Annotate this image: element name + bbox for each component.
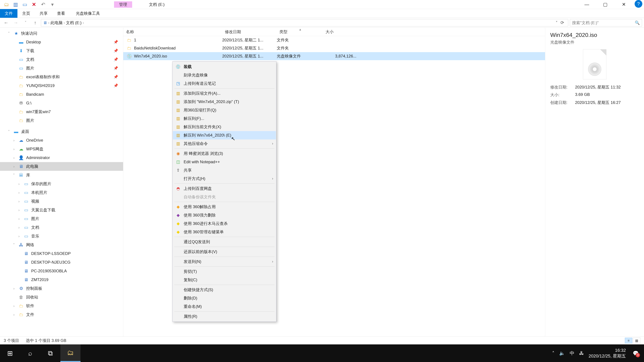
- tree-excel-folder[interactable]: 🗀excel表格制作求和📌: [0, 72, 123, 81]
- tree-videos[interactable]: ›▭视频: [0, 197, 123, 206]
- cm-restore-prev[interactable]: 还原以前的版本(V): [173, 248, 276, 256]
- tab-disc-image-tools[interactable]: 光盘映像工具: [71, 9, 105, 18]
- cm-extract-named[interactable]: ▥解压到 Win7x64_2020\ (E): [173, 131, 276, 139]
- search-box[interactable]: 搜索"文档 (E:)" 🔍: [570, 19, 642, 26]
- tab-view[interactable]: 查看: [52, 9, 70, 18]
- new-folder-icon[interactable]: ▭: [20, 0, 29, 9]
- cm-share[interactable]: ⇪共享: [173, 166, 276, 174]
- cm-copy[interactable]: 复制(C): [173, 276, 276, 284]
- tree-onedrive[interactable]: ›☁OneDrive: [0, 136, 123, 145]
- task-view-button[interactable]: ⧉: [40, 345, 60, 362]
- tree-win7[interactable]: 🗀win7重装win7: [0, 107, 123, 116]
- nav-back-button[interactable]: ←: [2, 19, 10, 27]
- tree-lib-docs[interactable]: ›▭文档: [0, 223, 123, 232]
- cm-open-with[interactable]: 打开方式(H)›: [173, 174, 276, 183]
- cm-add-archive[interactable]: ▥添加到压缩文件(A)...: [173, 89, 276, 97]
- cm-cut[interactable]: 剪切(T): [173, 267, 276, 276]
- context-menu[interactable]: 💿装载 刻录光盘映像 ◳上传到有道云笔记 ▥添加到压缩文件(A)... ▥添加到…: [172, 61, 276, 322]
- action-center-button[interactable]: 💬3: [630, 348, 641, 358]
- tree-local-pics[interactable]: ›▭本机照片: [0, 188, 123, 197]
- tree-pc-2[interactable]: 🖥DESKTOP-NJEU3CG: [0, 258, 123, 267]
- taskbar-clock[interactable]: 16:32 2020/12/25, 星期五: [588, 348, 626, 359]
- view-details-button[interactable]: ≡: [625, 338, 632, 344]
- cm-mount[interactable]: 💿装载: [173, 62, 276, 71]
- tree-g-drive[interactable]: ⛃G:\: [0, 99, 123, 107]
- breadcrumb-folder[interactable]: 文档 (E:): [66, 20, 82, 25]
- tree-recycle-bin[interactable]: 🗑回收站: [0, 293, 123, 302]
- tab-file[interactable]: 文件: [0, 9, 18, 18]
- view-icons-button[interactable]: ▦: [633, 338, 640, 344]
- tab-share[interactable]: 共享: [35, 9, 52, 18]
- cm-youdao[interactable]: ◳上传到有道云笔记: [173, 79, 276, 88]
- tray-chevron-icon[interactable]: ˄: [552, 351, 554, 356]
- cm-extract-to[interactable]: ▥解压到(F)...: [173, 114, 276, 123]
- cm-other-zip[interactable]: ▥其他压缩命令›: [173, 139, 276, 148]
- nav-up-button[interactable]: ↑: [31, 19, 39, 27]
- tree-bandicam[interactable]: 🗀Bandicam: [0, 90, 123, 99]
- delete-icon[interactable]: ✕: [29, 0, 38, 9]
- tree-software[interactable]: ›🗀软件: [0, 302, 123, 310]
- tree-saved-pics[interactable]: ›▭保存的图片: [0, 179, 123, 188]
- tree-downloads[interactable]: ⬇下载📌: [0, 46, 123, 55]
- tree-control-panel[interactable]: ›⚙控制面板: [0, 284, 123, 293]
- ime-indicator[interactable]: 中: [570, 350, 574, 357]
- tree-admin[interactable]: ›👤Administrator: [0, 153, 123, 162]
- cm-bee-browser[interactable]: ◉用 蜂蜜浏览器 浏览(3): [173, 149, 276, 158]
- address-bar[interactable]: 🖥 › 此电脑 › 文档 (E:) › ˅ ⟳: [41, 19, 568, 26]
- start-button[interactable]: ⊞: [0, 345, 20, 362]
- tree-wps[interactable]: ›☁WPS网盘: [0, 145, 123, 153]
- refresh-button[interactable]: ⟳: [559, 20, 566, 25]
- tree-libraries[interactable]: ˅🏛库: [0, 171, 123, 179]
- cm-burn[interactable]: 刻录光盘映像: [173, 71, 276, 79]
- qat-dropdown-icon[interactable]: ▾: [48, 0, 57, 9]
- properties-icon[interactable]: ▥: [11, 0, 20, 9]
- cm-send-to[interactable]: 发送到(N)›: [173, 257, 276, 266]
- cm-rename[interactable]: 重命名(M): [173, 302, 276, 311]
- tree-this-pc[interactable]: ›🖥此电脑: [0, 162, 123, 171]
- search-icon[interactable]: 🔍: [635, 20, 640, 25]
- file-row-selected[interactable]: 💿Win7x64_2020.iso 2020/12/25, 星期五 1... 光…: [123, 52, 545, 60]
- volume-icon[interactable]: 🔈: [559, 351, 565, 356]
- cm-360-force-delete[interactable]: ◆使用 360强力删除: [173, 211, 276, 219]
- cm-shortcut[interactable]: 创建快捷方式(S): [173, 286, 276, 294]
- cm-baidu[interactable]: ◓上传到百度网盘: [173, 184, 276, 193]
- cm-notepadpp[interactable]: ◫Edit with Notepad++: [173, 158, 276, 166]
- tree-yunqishi[interactable]: 🗀YUNQISHI2019📌: [0, 81, 123, 90]
- taskbar[interactable]: ⊞ ⌕ ⧉ 🗂 ˄ 🔈 中 🖧 16:32 2020/12/25, 星期五 💬3: [0, 345, 644, 362]
- file-row[interactable]: 🗀1 2020/12/15, 星期二 1... 文件夹: [123, 36, 545, 44]
- close-button[interactable]: ✕: [614, 0, 633, 9]
- help-button[interactable]: ?: [634, 0, 642, 8]
- tree-lib-pics[interactable]: ›▭图片: [0, 214, 123, 223]
- tree-pc-3[interactable]: 🖥PC-20190530OBLA: [0, 267, 123, 275]
- tree-pictures[interactable]: ▭图片📌: [0, 64, 123, 72]
- col-name[interactable]: 名称: [123, 29, 222, 34]
- cm-360-manage-menu[interactable]: ◆使用 360管理右键菜单: [173, 228, 276, 236]
- cm-qq-send[interactable]: 通过QQ发送到: [173, 238, 276, 246]
- context-tab-manage[interactable]: 管理: [114, 1, 132, 8]
- cm-delete[interactable]: 删除(D): [173, 294, 276, 302]
- cm-extract-here[interactable]: ▥解压到当前文件夹(X): [173, 123, 276, 131]
- system-tray[interactable]: ˄ 🔈 中 🖧 16:32 2020/12/25, 星期五 💬3: [552, 348, 644, 359]
- tree-pc-1[interactable]: 🖥DESKTOP-LSSOEDP: [0, 249, 123, 258]
- cm-add-zip[interactable]: ▥添加到 "Win7x64_2020.zip" (T): [173, 97, 276, 106]
- cm-360-trojan-scan[interactable]: ◆使用 360进行木马云查杀: [173, 219, 276, 228]
- address-dropdown-icon[interactable]: ˅: [556, 20, 558, 25]
- tree-pictures2[interactable]: 🗀图片: [0, 116, 123, 125]
- nav-forward-button[interactable]: →: [12, 19, 20, 27]
- col-size[interactable]: 大小: [323, 29, 360, 34]
- tree-lib-music[interactable]: ›▭音乐: [0, 232, 123, 241]
- tree-files[interactable]: ›🗀文件: [0, 310, 123, 319]
- col-date[interactable]: 修改日期: [222, 29, 277, 34]
- search-task-button[interactable]: ⌕: [20, 345, 40, 362]
- cm-open-360zip[interactable]: ▥用360压缩打开(Q): [173, 106, 276, 114]
- network-icon[interactable]: 🖧: [579, 351, 584, 356]
- maximize-button[interactable]: ▢: [596, 0, 614, 9]
- tree-desktop[interactable]: ▬Desktop📌: [0, 38, 123, 46]
- undo-icon[interactable]: ↶: [38, 0, 48, 9]
- cm-360-unlock[interactable]: ◆使用 360解除占用: [173, 203, 276, 211]
- tree-network[interactable]: ˅🖧网络: [0, 241, 123, 249]
- folder-icon[interactable]: 🗂: [2, 0, 11, 9]
- explorer-task-button[interactable]: 🗂: [60, 345, 80, 362]
- tree-documents[interactable]: ▭文档📌: [0, 55, 123, 64]
- file-row[interactable]: 🗀BaiduNetdiskDownload 2020/12/25, 星期五 1.…: [123, 44, 545, 52]
